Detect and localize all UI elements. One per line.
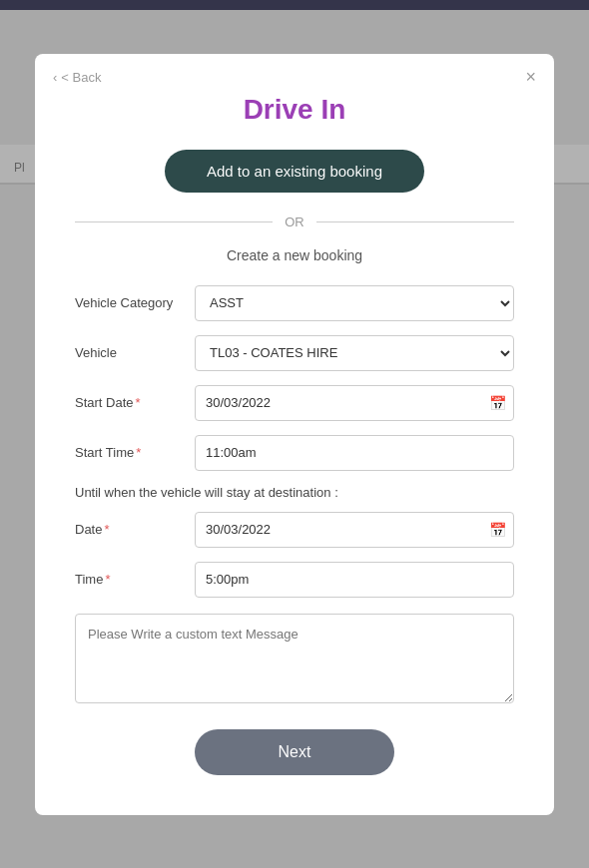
vehicle-category-select[interactable]: ASST CAR TRUCK VAN: [195, 285, 514, 321]
start-time-input[interactable]: [195, 435, 514, 471]
end-time-label: Time*: [75, 572, 195, 587]
start-date-wrapper: 📅: [195, 385, 514, 421]
vehicle-category-row: Vehicle Category ASST CAR TRUCK VAN: [75, 285, 514, 321]
vehicle-category-label: Vehicle Category: [75, 295, 195, 310]
start-date-input[interactable]: [195, 385, 514, 421]
or-text: OR: [285, 215, 304, 229]
back-button[interactable]: ‹ < Back: [53, 70, 101, 85]
start-date-label: Start Date*: [75, 395, 195, 410]
end-time-input[interactable]: [195, 562, 514, 598]
vehicle-row: Vehicle TL03 - COATES HIRE TL04 - COATES…: [75, 335, 514, 371]
end-time-required: *: [105, 572, 110, 587]
end-time-row: Time*: [75, 562, 514, 598]
start-date-required: *: [136, 395, 141, 410]
close-icon: ×: [525, 67, 536, 87]
next-button[interactable]: Next: [195, 729, 394, 775]
vehicle-select[interactable]: TL03 - COATES HIRE TL04 - COATES HIRE TL…: [195, 335, 514, 371]
until-label: Until when the vehicle will stay at dest…: [75, 485, 514, 500]
calendar-icon: 📅: [489, 395, 506, 411]
back-label: < Back: [61, 70, 101, 85]
end-date-row: Date* 📅: [75, 512, 514, 548]
modal-title: Drive In: [75, 94, 514, 126]
end-calendar-icon: 📅: [489, 522, 506, 538]
message-wrapper: [75, 614, 514, 707]
vehicle-label: Vehicle: [75, 345, 195, 360]
close-button[interactable]: ×: [525, 68, 536, 86]
modal-dialog: ‹ < Back × Drive In Add to an existing b…: [35, 54, 554, 815]
end-date-required: *: [104, 522, 109, 537]
or-divider: OR: [75, 215, 514, 229]
start-date-row: Start Date* 📅: [75, 385, 514, 421]
modal-overlay: ‹ < Back × Drive In Add to an existing b…: [0, 0, 589, 868]
add-to-existing-button[interactable]: Add to an existing booking: [165, 150, 424, 193]
create-new-label: Create a new booking: [75, 247, 514, 263]
message-textarea[interactable]: [75, 614, 514, 703]
end-date-input[interactable]: [195, 512, 514, 548]
back-chevron-icon: ‹: [53, 70, 57, 85]
start-time-label: Start Time*: [75, 445, 195, 460]
start-time-row: Start Time*: [75, 435, 514, 471]
end-date-wrapper: 📅: [195, 512, 514, 548]
end-date-label: Date*: [75, 522, 195, 537]
start-time-required: *: [136, 445, 141, 460]
